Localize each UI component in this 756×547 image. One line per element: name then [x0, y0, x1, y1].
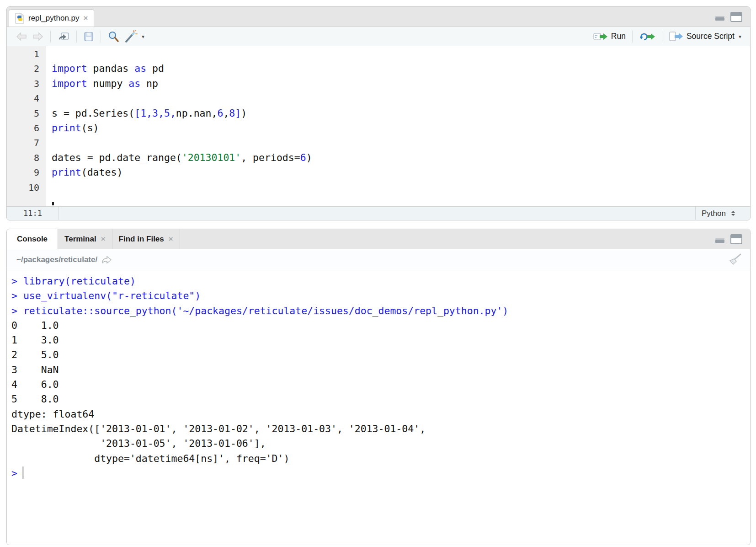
- code-token: import: [52, 78, 87, 89]
- source-script-button[interactable]: Source Script ▾: [666, 29, 744, 44]
- code-token: ,: [223, 107, 229, 119]
- code-token: np: [140, 78, 158, 89]
- code-line[interactable]: dates = pd.date_range('20130101', period…: [52, 150, 750, 165]
- code-token: pandas: [87, 63, 135, 74]
- tab-close-icon[interactable]: ×: [84, 14, 88, 22]
- toolbar-separator: [76, 31, 77, 43]
- console-command: reticulate::source_python('~/packages/re…: [23, 305, 508, 316]
- code-token: '20130101': [182, 152, 241, 163]
- editor-code-area[interactable]: import pandas as pdimport numpy as nps =…: [46, 46, 750, 206]
- line-number: 7: [7, 135, 39, 150]
- source-dropdown-caret[interactable]: ▾: [739, 33, 741, 40]
- console-prompt: >: [11, 275, 23, 287]
- code-token: ): [306, 152, 312, 163]
- code-tools-wand-icon[interactable]: ▾: [122, 29, 147, 44]
- code-token: s = pd.Series(: [52, 107, 134, 119]
- console-input-line: > reticulate::source_python('~/packages/…: [11, 304, 750, 318]
- code-token: ): [241, 107, 247, 119]
- console-tab-label: Console: [17, 235, 48, 244]
- terminal-close-icon[interactable]: ×: [101, 235, 106, 243]
- code-token: 6: [217, 107, 223, 119]
- code-editor[interactable]: 12345678910 import pandas as pdimport nu…: [7, 46, 750, 206]
- console-output[interactable]: > library(reticulate)> use_virtualenv("r…: [7, 270, 750, 545]
- console-output-line: dtype='datetime64[ns]', freq='D'): [11, 451, 750, 466]
- tab-repl-python[interactable]: repl_python.py ×: [9, 9, 94, 27]
- working-directory: ~/packages/reticulate/: [16, 255, 97, 264]
- goto-directory-icon[interactable]: [101, 255, 113, 265]
- rerun-icon[interactable]: [637, 29, 658, 44]
- language-selector[interactable]: Python: [695, 207, 750, 220]
- minimize-pane-icon[interactable]: [714, 12, 726, 22]
- clear-console-icon[interactable]: [726, 253, 742, 267]
- code-line[interactable]: [52, 47, 750, 61]
- tab-title: repl_python.py: [28, 14, 80, 23]
- code-line[interactable]: import numpy as np: [52, 76, 750, 91]
- toolbar-separator: [101, 31, 101, 43]
- line-number: 8: [7, 150, 39, 165]
- updown-arrows-icon: [729, 210, 737, 217]
- console-output-line: DatetimeIndex(['2013-01-01', '2013-01-02…: [11, 422, 750, 436]
- toolbar-separator: [50, 31, 51, 43]
- search-icon[interactable]: [105, 29, 122, 44]
- console-output-line: 0 1.0: [11, 318, 750, 333]
- editor-tabstrip: repl_python.py ×: [7, 7, 750, 27]
- tab-console[interactable]: Console: [7, 229, 58, 249]
- code-line[interactable]: import pandas as pd: [52, 61, 750, 76]
- editor-statusbar: 11:1 Python: [7, 206, 750, 220]
- line-number: 6: [7, 121, 39, 135]
- console-pane: Console Terminal × Find in Files ×: [6, 229, 751, 545]
- wand-dropdown-caret[interactable]: ▾: [142, 33, 144, 40]
- code-token: dates = pd.date_range(: [52, 152, 182, 163]
- editor-gutter: 12345678910: [7, 46, 46, 206]
- code-token: print: [52, 122, 81, 134]
- code-line[interactable]: [52, 135, 750, 150]
- code-line[interactable]: print(dates): [52, 165, 750, 180]
- code-token: (s): [81, 122, 99, 134]
- console-output-line: 2 5.0: [11, 348, 750, 362]
- code-token: as: [134, 63, 146, 74]
- code-token: print: [52, 166, 81, 178]
- run-label: Run: [611, 32, 626, 41]
- console-prompt: >: [11, 467, 17, 479]
- console-output-line: 4 6.0: [11, 377, 750, 392]
- terminal-tab-label: Terminal: [64, 235, 96, 244]
- cursor-position: 11:1: [7, 207, 59, 220]
- code-line[interactable]: [52, 91, 750, 106]
- console-output-line: 1 3.0: [11, 333, 750, 348]
- console-tabstrip: Console Terminal × Find in Files ×: [7, 229, 750, 249]
- source-script-label: Source Script: [687, 32, 735, 41]
- run-button[interactable]: Run: [591, 29, 628, 44]
- back-icon[interactable]: [13, 29, 30, 44]
- console-prompt: >: [11, 290, 23, 301]
- code-token: as: [128, 78, 140, 89]
- tab-terminal[interactable]: Terminal ×: [58, 229, 112, 249]
- forward-icon[interactable]: [30, 29, 46, 44]
- console-prompt-line[interactable]: >: [11, 466, 750, 481]
- toolbar-separator: [662, 31, 662, 43]
- find-in-files-close-icon[interactable]: ×: [169, 235, 173, 243]
- toolbar-separator: [632, 31, 633, 43]
- console-toolbar: ~/packages/reticulate/: [7, 249, 750, 270]
- language-label: Python: [702, 209, 726, 218]
- code-line[interactable]: [52, 180, 750, 195]
- python-file-icon: [15, 13, 24, 24]
- line-number: 9: [7, 165, 39, 180]
- minimize-pane-icon[interactable]: [714, 234, 726, 244]
- code-line[interactable]: s = pd.Series([1,3,5,np.nan,6,8]): [52, 106, 750, 121]
- console-output-line: 5 8.0: [11, 392, 750, 407]
- maximize-pane-icon[interactable]: [730, 11, 743, 22]
- console-output-line: dtype: float64: [11, 407, 750, 422]
- code-token: [1,3,5,: [134, 107, 176, 119]
- line-number: 10: [7, 180, 39, 195]
- code-token: (dates): [81, 166, 123, 178]
- tab-find-in-files[interactable]: Find in Files ×: [112, 229, 180, 249]
- console-command: use_virtualenv("r-reticulate"): [23, 290, 201, 301]
- save-icon[interactable]: [81, 29, 96, 44]
- code-token: import: [52, 63, 87, 74]
- console-output-line: '2013-01-05', '2013-01-06'],: [11, 436, 750, 451]
- code-line[interactable]: print(s): [52, 121, 750, 135]
- line-number: 5: [7, 106, 39, 121]
- rstudio-window: repl_python.py ×: [6, 6, 751, 545]
- open-in-new-window-icon[interactable]: [55, 29, 72, 44]
- maximize-pane-icon[interactable]: [730, 234, 743, 245]
